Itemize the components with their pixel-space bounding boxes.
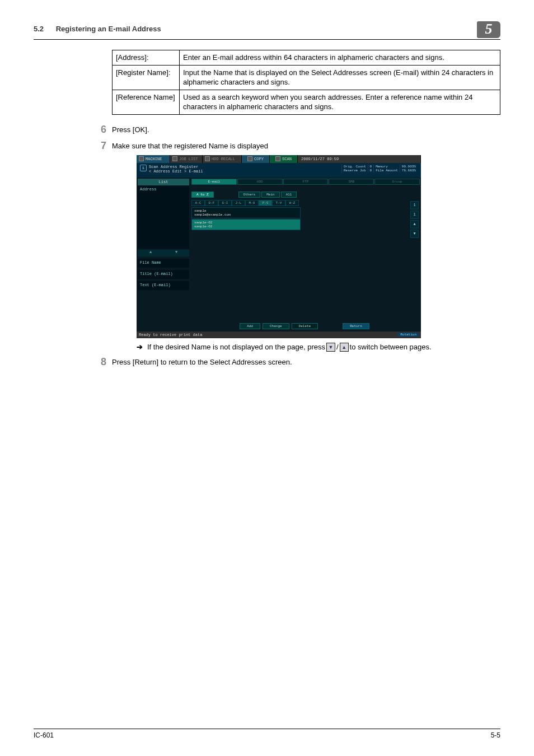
hdd-icon (205, 156, 210, 161)
counter-value: 0 (368, 169, 374, 172)
alpha-df[interactable]: D-F (205, 200, 218, 206)
bottom-buttons: Add Change Delete Return (191, 323, 418, 329)
entry-name: sample (194, 209, 298, 213)
info-icon: i (140, 165, 147, 171)
up-arrow-icon[interactable]: ▲ (138, 250, 163, 256)
side-address-panel: Address (138, 186, 189, 249)
address-entry[interactable]: sample sample@example.com (191, 207, 301, 218)
field-label: [Address]: (113, 50, 180, 66)
alpha-row: A-C D-F G-I J-L M-O P-S T-V W-Z (191, 200, 420, 206)
field-desc: Input the Name that is displayed on the … (180, 65, 500, 90)
filter-row: A to Z Others Main All (191, 192, 420, 198)
tab-label: COPY (254, 157, 264, 161)
change-button[interactable]: Change (263, 323, 289, 329)
address-entry-selected[interactable]: sample-02 sample-02 (191, 219, 301, 230)
breadcrumb: Scan Address Register (149, 165, 203, 169)
tab-machine[interactable]: MACHINE (137, 155, 170, 163)
cat-tab-hdd[interactable]: HDD (237, 179, 283, 185)
alpha-ps[interactable]: P-S (259, 200, 272, 206)
table-row: [Address]: Enter an E-mail address withi… (113, 50, 500, 66)
side-text[interactable]: Text (E-mail) (138, 281, 189, 290)
section-title: Registering an E-mail Address (56, 25, 161, 33)
alpha-mo[interactable]: M-O (245, 200, 259, 206)
page-footer: IC-601 5-5 (34, 729, 500, 739)
step-number: 8 (90, 356, 106, 368)
field-desc: Enter an E-mail address within 64 charac… (180, 50, 500, 66)
scroll-up-icon[interactable]: ▲ (410, 220, 419, 228)
step-7: 7 Make sure that the registered Name is … (90, 140, 500, 152)
counter-label: File Amount (374, 169, 400, 172)
table-row: [Register Name]: Input the Name that is … (113, 65, 500, 90)
filter-others[interactable]: Others (238, 192, 261, 198)
entry-name: sample-02 (194, 221, 298, 225)
scan-icon (275, 156, 280, 161)
copy-icon (247, 156, 252, 161)
counter-label: Orig. Count (341, 165, 368, 169)
return-button[interactable]: Return (343, 323, 369, 329)
tab-copy[interactable]: COPY (242, 155, 270, 163)
field-description-table: [Address]: Enter an E-mail address withi… (112, 50, 500, 115)
tab-scan[interactable]: SCAN (270, 155, 298, 163)
top-tab-bar: MACHINE JOB LIST HDD RECALL COPY SCAN 20… (137, 155, 421, 163)
counter-value: 0 (368, 165, 374, 169)
tab-label: JOB LIST (179, 157, 198, 161)
tab-hdd-recall[interactable]: HDD RECALL (203, 155, 242, 163)
status-counters: Orig. Count 0 Memory 99.003% Reserve Job… (341, 165, 418, 176)
embedded-screenshot: MACHINE JOB LIST HDD RECALL COPY SCAN 20… (137, 155, 421, 338)
down-button-icon[interactable]: ▼ (326, 343, 335, 352)
screenshot-body: List Address ▲ ▼ File Name Title (E-mail… (137, 178, 421, 332)
filter-atoz[interactable]: A to Z (191, 192, 214, 198)
cat-tab-group[interactable]: Group (374, 179, 420, 185)
arrow-icon: ➔ (137, 343, 143, 351)
delete-button[interactable]: Delete (292, 323, 318, 329)
list-icon (172, 156, 177, 161)
tab-label: HDD RECALL (212, 157, 235, 161)
side-column: List Address ▲ ▼ File Name Title (E-mail… (138, 179, 189, 330)
step-8: 8 Press [Return] to return to the Select… (90, 356, 500, 368)
scroll-controls: 1 1 ▲ ▼ (410, 201, 419, 239)
table-row: [Reference Name] Used as a search keywor… (113, 90, 500, 114)
status-bar: Ready to receive print data Rotation (137, 332, 421, 338)
model-id: IC-601 (34, 731, 54, 739)
field-desc: Used as a search keyword when you search… (180, 90, 500, 114)
side-file-name[interactable]: File Name (138, 259, 189, 268)
cat-tab-ftp[interactable]: FTP (283, 179, 329, 185)
scroll-down-icon[interactable]: ▼ (410, 230, 419, 238)
step-6: 6 Press [OK]. (90, 124, 500, 136)
alpha-gi[interactable]: G-I (218, 200, 232, 206)
alpha-wz[interactable]: W-Z (285, 200, 299, 206)
main-column: E-mail HDD FTP SMB Group A to Z Others M… (189, 179, 420, 330)
up-button-icon[interactable]: ▲ (340, 343, 349, 352)
side-label: Address (140, 187, 156, 192)
chapter-badge: 5 (477, 21, 500, 38)
side-pager: ▲ ▼ (138, 250, 189, 256)
filter-all[interactable]: All (281, 192, 297, 198)
cat-tab-email[interactable]: E-mail (191, 179, 237, 185)
machine-icon (139, 156, 144, 161)
note-line: ➔ If the desired Name is not displayed o… (137, 343, 500, 352)
tab-joblist[interactable]: JOB LIST (170, 155, 203, 163)
info-band: i Scan Address Register < Address Edit >… (137, 163, 421, 178)
note-text-post: to switch between pages. (350, 343, 432, 351)
category-tabs: E-mail HDD FTP SMB Group (191, 179, 420, 185)
step-text: Press [Return] to return to the Select A… (112, 356, 500, 366)
counter-value: 99.003% (400, 165, 418, 169)
add-button[interactable]: Add (240, 323, 260, 329)
alpha-jl[interactable]: J-L (232, 200, 245, 206)
field-label: [Reference Name] (113, 90, 180, 114)
timestamp-area: 2009/11/27 09:59 (298, 155, 421, 163)
side-tab-list[interactable]: List (138, 179, 189, 185)
down-arrow-icon[interactable]: ▼ (163, 250, 189, 256)
counter-value: 76.683% (400, 169, 418, 172)
filter-main[interactable]: Main (261, 192, 279, 198)
timestamp: 2009/11/27 09:59 (301, 157, 339, 161)
status-text: Ready to receive print data (139, 333, 202, 337)
entry-detail: sample-02 (194, 225, 298, 228)
alpha-ac[interactable]: A-C (191, 200, 205, 206)
breadcrumb: < Address Edit > E-mail (149, 169, 203, 174)
cat-tab-smb[interactable]: SMB (329, 179, 374, 185)
step-text: Make sure that the registered Name is di… (112, 140, 500, 150)
tab-label: MACHINE (146, 157, 162, 161)
side-title[interactable]: Title (E-mail) (138, 270, 189, 279)
alpha-tv[interactable]: T-V (272, 200, 285, 206)
